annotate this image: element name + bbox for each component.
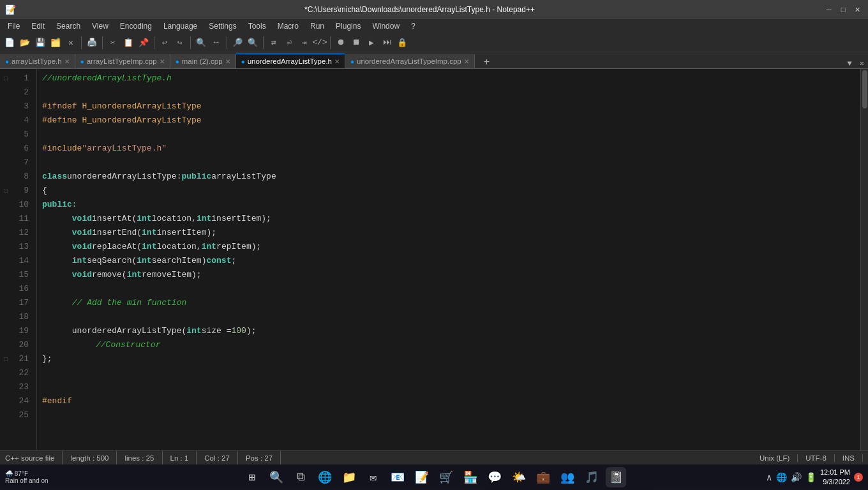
cut-button[interactable]: ✂️ bbox=[106, 36, 120, 50]
sync-button[interactable]: ⇄ bbox=[267, 36, 281, 50]
replace-button[interactable]: ↔ bbox=[209, 36, 223, 50]
undo-button[interactable]: ↩ bbox=[158, 36, 172, 50]
line-num-7: 7 bbox=[11, 156, 33, 170]
code-line-2 bbox=[42, 85, 855, 100]
macro-fwd-button[interactable]: ⏭ bbox=[380, 36, 394, 50]
tab-main[interactable]: ● main (2).cpp ✕ bbox=[170, 54, 236, 68]
menu-macro[interactable]: Macro bbox=[273, 20, 304, 32]
find-button[interactable]: 🔍 bbox=[194, 36, 208, 50]
taskbar-center: ⊞ 🔍 ⧉ 🌐 📁 ✉️ 📧 📝 🛒 🏪 💬 🌤️ 💼 👥 🎵 📓 bbox=[242, 467, 626, 487]
code-line-16 bbox=[42, 282, 855, 296]
sep1 bbox=[81, 36, 82, 49]
scroll-thumb[interactable] bbox=[862, 70, 867, 108]
sep6 bbox=[263, 36, 264, 49]
code-int-11a: int bbox=[137, 212, 151, 225]
tab-close2[interactable]: ✕ bbox=[160, 58, 165, 65]
tab-arraylisttype[interactable]: ● arrayListType.h ✕ bbox=[0, 54, 75, 68]
explorer2-button[interactable]: 💼 bbox=[533, 467, 553, 487]
outlook-button[interactable]: 📧 bbox=[387, 467, 408, 487]
code-param-15: removeItem); bbox=[142, 269, 202, 281]
msstore-button[interactable]: 🏪 bbox=[460, 467, 481, 487]
tab-close4[interactable]: ✕ bbox=[334, 58, 340, 65]
volume-icon[interactable]: 🔊 bbox=[791, 472, 802, 482]
paste-button[interactable]: 📌 bbox=[137, 36, 151, 50]
teams-button[interactable]: 👥 bbox=[557, 467, 578, 487]
start-button[interactable]: ⊞ bbox=[242, 467, 262, 487]
code-void-15: void bbox=[72, 269, 92, 281]
edge-button[interactable]: 🌐 bbox=[315, 467, 335, 487]
open-button[interactable]: 📂 bbox=[18, 36, 32, 50]
redo-button[interactable]: ↪ bbox=[173, 36, 187, 50]
status-filetype: C++ source file bbox=[5, 451, 63, 464]
fileexplorer-button[interactable]: 📁 bbox=[339, 467, 359, 487]
macro-save-button[interactable]: 🔒 bbox=[395, 36, 409, 50]
maximize-button[interactable]: □ bbox=[837, 4, 849, 15]
menu-plugins[interactable]: Plugins bbox=[331, 20, 366, 32]
menu-encoding[interactable]: Encoding bbox=[115, 20, 157, 32]
code-param-19: size = bbox=[202, 325, 232, 338]
code-brace-close-21: }; bbox=[42, 353, 52, 366]
fold-9[interactable]: □ bbox=[0, 184, 11, 198]
tab-close-all[interactable]: ✕ bbox=[856, 59, 868, 68]
menu-file[interactable]: File bbox=[3, 20, 25, 32]
clock[interactable]: 12:01 PM 9/3/2022 bbox=[820, 468, 850, 487]
new-button[interactable]: 📄 bbox=[3, 36, 17, 50]
menu-language[interactable]: Language bbox=[158, 20, 202, 32]
print-button[interactable]: 🖨️ bbox=[85, 36, 99, 50]
mail-button[interactable]: ✉️ bbox=[363, 467, 384, 487]
save-all-button[interactable]: 🗂️ bbox=[49, 36, 63, 50]
macro-rec-button[interactable]: ⏺ bbox=[334, 36, 348, 50]
network-icon[interactable]: 🌐 bbox=[776, 472, 787, 482]
code-line-17: // Add the min function bbox=[42, 296, 855, 310]
menu-view[interactable]: View bbox=[87, 20, 114, 32]
fold-21[interactable]: □ bbox=[0, 352, 11, 366]
zoomout-button[interactable]: 🔍 bbox=[246, 36, 260, 50]
format-button[interactable]: </> bbox=[313, 36, 327, 50]
copy-button[interactable]: 📋 bbox=[121, 36, 135, 50]
tab-add-button[interactable]: + bbox=[477, 57, 497, 68]
menu-help[interactable]: ? bbox=[406, 20, 421, 32]
macro-stop-button[interactable]: ⏹ bbox=[349, 36, 363, 50]
scroll-track[interactable] bbox=[860, 69, 868, 450]
macro-play-button[interactable]: ▶ bbox=[364, 36, 378, 50]
word-button[interactable]: 📝 bbox=[412, 467, 432, 487]
menu-run[interactable]: Run bbox=[305, 20, 329, 32]
menu-edit[interactable]: Edit bbox=[26, 20, 50, 32]
tab-close3[interactable]: ✕ bbox=[225, 58, 230, 65]
notepad-button[interactable]: 📓 bbox=[606, 467, 626, 487]
tab-close5[interactable]: ✕ bbox=[464, 58, 469, 65]
code-indent-13 bbox=[42, 241, 72, 253]
zoomin-button[interactable]: 🔎 bbox=[230, 36, 244, 50]
tab-dropdown[interactable]: ▼ bbox=[844, 59, 856, 68]
search-taskbar[interactable]: 🔍 bbox=[266, 467, 287, 487]
messenger-button[interactable]: 💬 bbox=[484, 467, 505, 487]
close-button[interactable]: ✕ bbox=[851, 4, 863, 15]
chevron-icon[interactable]: ∧ bbox=[766, 472, 772, 482]
taskview-button[interactable]: ⧉ bbox=[290, 467, 311, 487]
menu-settings[interactable]: Settings bbox=[204, 20, 241, 32]
tab-close[interactable]: ✕ bbox=[64, 58, 70, 65]
close-button2[interactable]: ✕ bbox=[64, 36, 78, 50]
wrap-button[interactable]: ⏎ bbox=[282, 36, 296, 50]
tab-arraylisttypeimp[interactable]: ● arrayListTypeImp.cpp ✕ bbox=[75, 54, 170, 68]
status-bar: C++ source file length : 500 lines : 25 … bbox=[0, 450, 868, 464]
code-area[interactable]: //unorderedArrayListType.h #ifndef H_uno… bbox=[37, 69, 860, 450]
music-button[interactable]: 🎵 bbox=[581, 467, 602, 487]
menu-search[interactable]: Search bbox=[51, 20, 86, 32]
weather-app-button[interactable]: 🌤️ bbox=[509, 467, 529, 487]
tab-unordered-h[interactable]: ● unorderedArrayListType.h ✕ bbox=[236, 54, 345, 68]
weather-desc: Rain off and on bbox=[5, 477, 49, 484]
amazon-button[interactable]: 🛒 bbox=[436, 467, 456, 487]
battery-icon[interactable]: 🔋 bbox=[805, 472, 816, 482]
tab-unordered-imp[interactable]: ● unorderedArrayListTypeImp.cpp ✕ bbox=[345, 54, 475, 68]
minimize-button[interactable]: ─ bbox=[823, 4, 835, 15]
menu-tools[interactable]: Tools bbox=[243, 20, 271, 32]
code-comment-1: //unorderedArrayListType.h bbox=[42, 72, 172, 85]
fold-3[interactable]: □ bbox=[0, 71, 11, 85]
menu-window[interactable]: Window bbox=[367, 20, 405, 32]
code-pre-6a: #include bbox=[42, 142, 82, 155]
notification-badge[interactable]: 1 bbox=[854, 473, 863, 482]
indent-button[interactable]: ⇥ bbox=[297, 36, 311, 50]
save-button[interactable]: 💾 bbox=[33, 36, 47, 50]
sep2 bbox=[102, 36, 103, 49]
